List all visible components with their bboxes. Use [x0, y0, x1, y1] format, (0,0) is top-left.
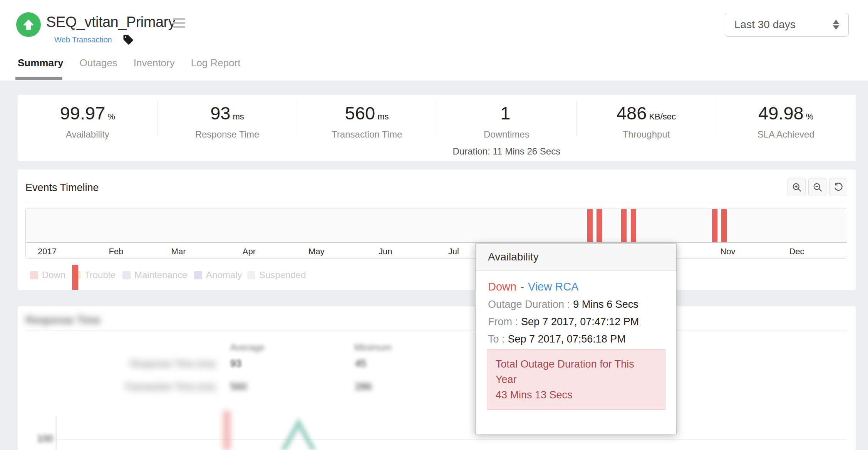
row-label: Transaction Time (ms) [123, 381, 216, 392]
down-event-bar[interactable] [597, 209, 602, 242]
availability-tooltip: Availability Down-View RCA Outage Durati… [475, 243, 677, 434]
month-label: 2017 [38, 247, 57, 257]
chart-red-spike [223, 411, 230, 450]
from-label: From : [488, 316, 518, 327]
stat-downtimes: 1 Downtimes Duration: 11 Mins 26 Secs [437, 95, 576, 161]
tag-icon[interactable] [122, 34, 134, 45]
timeline-legend: DownTroubleMaintenanceAnomalySuspended [25, 270, 847, 283]
zoom-out-icon [812, 182, 823, 193]
legend-label: Down [42, 270, 65, 280]
stat-availability: 99.97% Availability [18, 95, 158, 161]
chart-gridline [56, 439, 847, 440]
status-down-label: Down [488, 280, 516, 293]
tab-summary[interactable]: Summary [18, 57, 64, 69]
month-label: Feb [109, 247, 124, 257]
tooltip-title: Availability [476, 244, 676, 270]
outage-duration-label: Outage Duration : [488, 299, 570, 310]
time-range-select[interactable]: Last 30 days [725, 13, 849, 37]
select-arrows-icon [833, 20, 839, 30]
column-header-minimum: Minimum [354, 342, 392, 353]
chart-y-axis [56, 416, 57, 450]
chart-green-curve [270, 416, 347, 450]
status-separator: - [520, 280, 524, 293]
stat-transaction-time: 560ms Transaction Time [297, 95, 437, 161]
from-value: Sep 7 2017, 07:47:12 PM [521, 316, 639, 327]
stat-throughput: 486KB/sec Throughput [576, 95, 716, 161]
row-label: Response Time (ms) [123, 358, 216, 369]
stat-unit: ms [377, 112, 389, 121]
tab-bar: Summary Outages Inventory Log Report [18, 57, 240, 69]
row-minimum-value: 45 [355, 358, 366, 369]
row-average-value: 93 [230, 358, 241, 369]
stat-value: 560 [345, 103, 375, 123]
stat-value: 486 [617, 103, 647, 123]
column-header-average: Average [230, 342, 265, 353]
stat-downtime-duration: Duration: 11 Mins 26 Secs [437, 146, 576, 157]
stat-label: Response Time [158, 129, 297, 140]
down-event-bar[interactable] [587, 209, 593, 242]
events-title-divider [25, 202, 847, 202]
legend-item-suspended[interactable]: Suspended [247, 270, 306, 280]
month-label: Jun [379, 247, 392, 257]
month-label: Dec [789, 247, 804, 257]
legend-label: Anomaly [206, 270, 242, 280]
zoom-in-icon [791, 182, 802, 193]
legend-item-maintenance[interactable]: Maintenance [122, 270, 187, 280]
tab-inventory[interactable]: Inventory [134, 57, 175, 69]
to-value: Sep 7 2017, 07:56:18 PM [508, 333, 626, 345]
stat-label: SLA Achieved [716, 129, 856, 140]
legend-swatch [30, 271, 38, 279]
page-title: SEQ_vtitan_Primary [46, 14, 175, 30]
total-outage-line1: Total Outage Duration for This Year [496, 356, 657, 387]
response-time-card [18, 306, 856, 450]
legend-swatch [247, 271, 255, 279]
legend-label: Suspended [259, 270, 306, 280]
stat-unit: % [107, 112, 115, 121]
row-average-value: 560 [230, 381, 247, 393]
row-minimum-value: 286 [355, 381, 372, 393]
view-rca-link[interactable]: View RCA [528, 280, 579, 293]
legend-label: Maintenance [134, 270, 187, 280]
zoom-in-button[interactable] [788, 178, 806, 196]
legend-item-down[interactable]: Down [30, 270, 65, 280]
to-row: To :Sep 7 2017, 07:56:18 PM [488, 333, 676, 345]
stat-value: 49.98 [758, 103, 804, 123]
legend-item-trouble[interactable]: Trouble [72, 270, 115, 280]
response-time-divider [25, 331, 847, 331]
time-range-value: Last 30 days [734, 18, 833, 31]
stat-value: 1 [500, 103, 510, 123]
hovered-down-event-bar[interactable] [72, 265, 78, 290]
legend-swatch [194, 271, 202, 279]
month-label: Jul [448, 247, 459, 257]
legend-swatch [122, 271, 131, 279]
stat-value: 99.97 [60, 103, 106, 123]
month-label: Mar [171, 247, 186, 257]
month-label: Apr [243, 247, 256, 257]
legend-item-anomaly[interactable]: Anomaly [194, 270, 242, 280]
active-tab-underline [15, 77, 62, 80]
down-event-bar[interactable] [712, 209, 717, 242]
stat-label: Transaction Time [297, 129, 437, 140]
month-label: May [308, 247, 325, 257]
down-event-bar[interactable] [721, 209, 727, 242]
outage-duration-value: 9 Mins 6 Secs [573, 299, 638, 310]
down-event-bar[interactable] [621, 209, 627, 242]
stat-value: 93 [210, 103, 230, 123]
total-outage-line2: 43 Mins 13 Secs [496, 387, 657, 403]
timeline-plot-band [26, 208, 847, 243]
timeline-month-labels: 2017FebMarAprMayJunJulAugSepOctNovDec [26, 243, 847, 259]
zoom-reset-button[interactable] [829, 178, 847, 196]
tooltip-status-line: Down-View RCA [488, 280, 676, 293]
tab-outages[interactable]: Outages [80, 57, 117, 69]
monitor-type-link[interactable]: Web Transaction [54, 35, 112, 44]
stat-unit: KB/sec [649, 112, 676, 121]
events-timeline-chart: 2017FebMarAprMayJunJulAugSepOctNovDec [25, 208, 847, 259]
hamburger-menu-icon[interactable] [173, 18, 185, 28]
zoom-out-button[interactable] [808, 178, 826, 196]
stat-label: Availability [18, 129, 158, 140]
chart-axis-label: 100 [37, 433, 53, 444]
tab-log-report[interactable]: Log Report [191, 57, 241, 69]
down-event-bar[interactable] [631, 209, 636, 242]
to-label: To : [488, 333, 505, 345]
status-up-icon [16, 12, 41, 37]
